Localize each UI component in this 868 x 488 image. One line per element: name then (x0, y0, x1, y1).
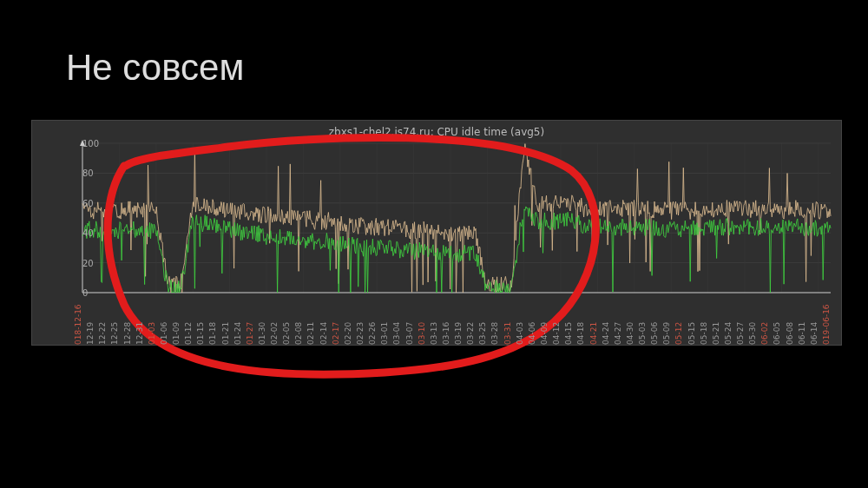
x-tick-label: 02-08 (294, 322, 303, 345)
x-tick-label: 02-20 (344, 322, 352, 345)
x-tick-label: 02-17 (332, 322, 340, 345)
x-tick-label: 04-18 (576, 322, 585, 345)
chart-svg (37, 140, 836, 296)
x-tick-label: 03-22 (466, 322, 475, 345)
x-tick-label: 06-08 (786, 322, 794, 345)
x-tick-label: 06-05 (773, 322, 781, 345)
x-tick-label: 01-27 (246, 322, 254, 345)
x-tick-label: 02-02 (270, 322, 279, 345)
chart-plot: 020406080100 (37, 140, 836, 296)
x-tick-label: 02-11 (306, 322, 315, 345)
x-tick-label: 05-09 (662, 322, 671, 345)
x-tick-label: 05-12 (674, 322, 683, 345)
x-tick-label: 06-11 (798, 322, 806, 345)
x-tick-label: 01-15 (196, 322, 205, 345)
x-tick-label: 01-09 (172, 322, 181, 345)
page-title: Не совсем (66, 47, 244, 89)
x-tick-label: 05-15 (687, 322, 696, 345)
x-tick-label: 01-30 (258, 322, 266, 345)
x-tick-label: 04-12 (552, 322, 561, 345)
x-tick-label: 12-19 (86, 322, 95, 345)
x-tick-label: 12-28 (123, 322, 132, 345)
slide: Не совсем zbxs1-chel2.is74.ru: CPU idle … (0, 0, 868, 488)
x-tick-label: 04-06 (528, 322, 536, 345)
x-tick-label: 01-03 (148, 322, 156, 345)
chart-title: zbxs1-chel2.is74.ru: CPU idle time (avg5… (37, 126, 836, 138)
x-axis: 018-12-1612-1912-2212-2512-2812-3101-030… (82, 296, 831, 345)
x-tick-label: 12-31 (135, 322, 144, 345)
x-tick-label: 04-21 (589, 322, 598, 345)
x-tick-label: 03-01 (380, 322, 389, 345)
x-tick-label: 05-21 (712, 322, 720, 345)
x-tick-label: 018-12-16 (74, 304, 82, 345)
x-tick-label: 02-23 (356, 322, 365, 345)
x-tick-label: 04-30 (626, 322, 635, 345)
x-tick-label: 04-03 (516, 322, 524, 345)
x-tick-label: 03-07 (405, 322, 414, 345)
x-tick-label: 04-24 (602, 322, 610, 345)
x-tick-label: 06-14 (810, 322, 819, 345)
x-tick-label: 05-03 (638, 322, 647, 345)
x-tick-label: 12-22 (98, 322, 107, 345)
x-tick-label: 04-09 (540, 322, 549, 345)
chart-container: zbxs1-chel2.is74.ru: CPU idle time (avg5… (31, 120, 842, 346)
x-tick-label: 01-12 (184, 322, 193, 345)
x-tick-label: 02-26 (368, 322, 377, 345)
x-tick-label: 05-30 (748, 322, 757, 345)
x-tick-label: 01-18 (208, 322, 217, 345)
x-tick-label: 03-04 (392, 322, 401, 345)
x-tick-label: 04-15 (564, 322, 573, 345)
x-tick-label: 05-18 (700, 322, 708, 345)
x-tick-label: 05-24 (724, 322, 733, 345)
x-tick-label: 01-21 (221, 322, 230, 345)
x-tick-label: 03-28 (490, 322, 499, 345)
x-tick-label: 06-02 (760, 322, 769, 345)
x-tick-label: 04-27 (614, 322, 622, 345)
x-tick-label: 02-05 (282, 322, 291, 345)
x-tick-label: 01-06 (160, 322, 168, 345)
x-tick-label: 05-06 (650, 322, 659, 345)
x-tick-label: 02-14 (319, 322, 328, 345)
x-tick-label: 03-10 (418, 322, 426, 345)
x-tick-label: 03-13 (430, 322, 438, 345)
x-tick-label: 03-25 (478, 322, 487, 345)
x-tick-label: 12-25 (110, 322, 119, 345)
x-tick-label: 03-31 (503, 322, 512, 345)
x-tick-label: 019-06-16 (822, 304, 831, 345)
x-tick-label: 05-27 (736, 322, 745, 345)
x-tick-label: 01-24 (233, 322, 242, 345)
x-tick-label: 03-19 (454, 322, 463, 345)
x-tick-label: 03-16 (442, 322, 450, 345)
